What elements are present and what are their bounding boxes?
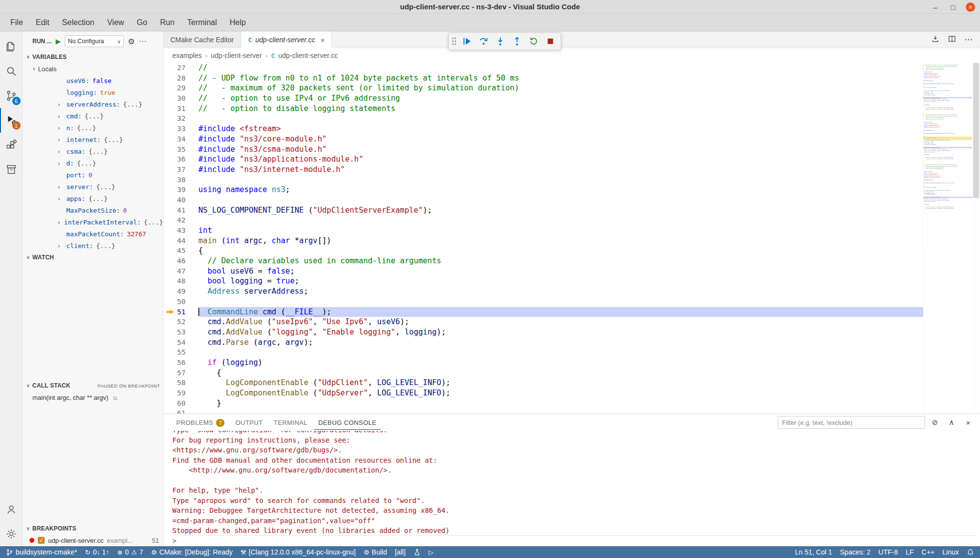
variable-row[interactable]: ›cmd:{...} — [23, 110, 163, 122]
code-line[interactable]: 59 LogComponentEnable ("UdpServer", LOG_… — [163, 388, 923, 398]
gutter-cell[interactable]: 57 — [163, 368, 198, 378]
call-stack-frame[interactable]: main(int argc, char ** argv) u. — [23, 391, 163, 403]
scrollbar-thumb[interactable] — [973, 63, 979, 198]
locals-scope-row[interactable]: ∨ Locals — [23, 63, 163, 75]
gutter-cell[interactable]: 60 — [163, 398, 198, 409]
step-out-button[interactable] — [510, 34, 524, 49]
gutter-cell[interactable]: 36 — [163, 154, 198, 165]
cmake-kit-item[interactable]: ⚒ [Clang 12.0.0 x86_64-pc-linux-gnu] — [241, 548, 356, 556]
debug-settings-gear-icon[interactable]: ⚙ — [128, 37, 135, 46]
code-line[interactable]: 50 — [163, 297, 923, 307]
eol-item[interactable]: LF — [906, 548, 914, 556]
code-line[interactable]: 53 cmd.AddValue ("logging", "Enable logg… — [163, 327, 923, 337]
minimap[interactable]: 27//28// - UDP flow from n0 to n1 of 102… — [923, 63, 972, 414]
code-line[interactable]: 33#include <fstream> — [163, 124, 923, 134]
run-and-debug-icon[interactable]: 1 — [0, 108, 23, 133]
variables-section-header[interactable]: ∨ VARIABLES — [23, 51, 163, 63]
variable-row[interactable]: ›serverAddress:{...} — [23, 98, 163, 110]
source-control-icon[interactable]: 6 — [0, 84, 23, 108]
code-line[interactable]: 32 — [163, 113, 923, 124]
gutter-cell[interactable]: 55 — [163, 347, 198, 358]
console-input-row[interactable]: > — [172, 535, 977, 546]
restart-button[interactable] — [526, 34, 541, 49]
stop-button[interactable] — [543, 34, 558, 49]
build-target-item[interactable]: [all] — [395, 548, 406, 556]
variable-row[interactable]: ›useV6:false — [23, 75, 163, 86]
gutter-cell[interactable]: 44 — [163, 236, 198, 246]
code-editor[interactable]: 27//28// - UDP flow from n0 to n1 of 102… — [163, 63, 923, 414]
tab-cmake-cache-editor[interactable]: CMake Cache Editor — [163, 31, 241, 48]
debug-more-actions-icon[interactable]: ··· — [138, 37, 146, 46]
continue-button[interactable] — [460, 34, 474, 49]
problems-item[interactable]: ⊗ 0 ⚠ 7 — [117, 548, 143, 556]
code-line[interactable]: 44main (int argc, char *argv[]) — [163, 236, 923, 246]
tab-terminal[interactable]: TERMINAL — [270, 416, 311, 429]
watch-section-header[interactable]: ∨ WATCH — [23, 251, 163, 263]
variable-row[interactable]: ›n:{...} — [23, 122, 163, 134]
gutter-cell[interactable]: 31 — [163, 104, 198, 114]
code-line[interactable]: 46 // Declare variables used in command-… — [163, 256, 923, 266]
encoding-item[interactable]: UTF-8 — [878, 548, 898, 556]
variable-row[interactable]: ›client:{...} — [23, 240, 163, 251]
close-panel-icon[interactable]: × — [961, 418, 975, 427]
code-line[interactable]: 34#include "ns3/core-module.h" — [163, 134, 923, 144]
clear-console-icon[interactable]: ⊘ — [928, 418, 942, 427]
gutter-cell[interactable]: 53 — [163, 327, 198, 337]
code-line[interactable]: 61 — [163, 408, 923, 414]
language-mode-item[interactable]: C++ — [922, 548, 934, 556]
gutter-cell[interactable]: 52 — [163, 317, 198, 327]
menu-item-view[interactable]: View — [101, 18, 130, 27]
gutter-cell[interactable]: 43 — [163, 225, 198, 236]
code-line[interactable]: 58 LogComponentEnable ("UdpClient", LOG_… — [163, 378, 923, 388]
gutter-cell[interactable]: 56 — [163, 358, 198, 368]
archive-box-icon[interactable] — [0, 157, 23, 182]
gutter-cell[interactable]: 37 — [163, 165, 198, 175]
close-button[interactable]: × — [966, 2, 975, 12]
breadcrumb-item[interactable]: examples — [172, 52, 202, 59]
gutter-cell[interactable]: 38 — [163, 175, 198, 185]
maximize-panel-icon[interactable]: ∧ — [945, 418, 958, 427]
code-line[interactable]: 60 } — [163, 398, 923, 409]
variable-row[interactable]: ›MaxPacketSize:0 — [23, 204, 163, 216]
editor-scrollbar[interactable] — [972, 63, 980, 414]
gutter-cell[interactable]: 42 — [163, 215, 198, 225]
code-line[interactable]: 56 if (logging) — [163, 358, 923, 368]
breakpoint-row[interactable]: ✓ udp-client-server.cc exampl... 51 — [23, 534, 163, 546]
notifications-item[interactable] — [967, 549, 974, 556]
gutter-cell[interactable]: 34 — [163, 134, 198, 144]
gutter-cell[interactable]: 59 — [163, 388, 198, 398]
menu-item-go[interactable]: Go — [131, 18, 154, 27]
code-line[interactable]: 31// - option to disable logging stateme… — [163, 104, 923, 114]
tab-udp-client-server[interactable]: C udp-client-server.cc × — [241, 31, 332, 48]
console-filter-input[interactable] — [778, 416, 925, 429]
code-line[interactable]: 40 — [163, 195, 923, 205]
launch-target-item[interactable]: ▷ — [429, 549, 434, 556]
variable-row[interactable]: ›apps:{...} — [23, 193, 163, 204]
gutter-cell[interactable]: 48 — [163, 276, 198, 286]
code-line[interactable]: 37#include "ns3/internet-module.h" — [163, 165, 923, 175]
download-icon[interactable] — [931, 34, 940, 45]
menu-item-terminal[interactable]: Terminal — [181, 18, 223, 27]
code-line[interactable]: 38 — [163, 175, 923, 185]
call-stack-section-header[interactable]: ∨ CALL STACK PAUSED ON BREAKPOINT — [23, 380, 163, 391]
sync-changes-item[interactable]: ↻ 0↓ 1↑ — [85, 548, 109, 556]
gutter-cell[interactable]: 27 — [163, 63, 198, 73]
breadcrumb-item[interactable]: udp-client-server — [211, 52, 262, 59]
tab-problems[interactable]: PROBLEMS 7 — [172, 416, 228, 430]
variable-row[interactable]: ›server:{...} — [23, 181, 163, 193]
code-line[interactable]: 27// — [163, 63, 923, 73]
build-button[interactable]: ⚙ Build — [363, 548, 387, 556]
code-line[interactable]: 29// - maximum of 320 packets sent (or l… — [163, 83, 923, 93]
gutter-cell[interactable]: 35 — [163, 144, 198, 155]
test-item[interactable] — [413, 549, 421, 556]
variable-row[interactable]: ›maxPacketCount:32767 — [23, 228, 163, 240]
explorer-icon[interactable] — [0, 34, 23, 59]
gutter-cell[interactable]: 58 — [163, 378, 198, 388]
gutter-cell[interactable]: 39 — [163, 185, 198, 195]
split-editor-icon[interactable] — [948, 34, 956, 45]
menu-item-selection[interactable]: Selection — [55, 18, 101, 27]
code-line[interactable]: 54 cmd.Parse (argc, argv); — [163, 337, 923, 348]
gutter-cell[interactable]: 50 — [163, 297, 198, 307]
menu-item-help[interactable]: Help — [223, 18, 252, 27]
gutter-cell[interactable]: 61 — [163, 408, 198, 414]
